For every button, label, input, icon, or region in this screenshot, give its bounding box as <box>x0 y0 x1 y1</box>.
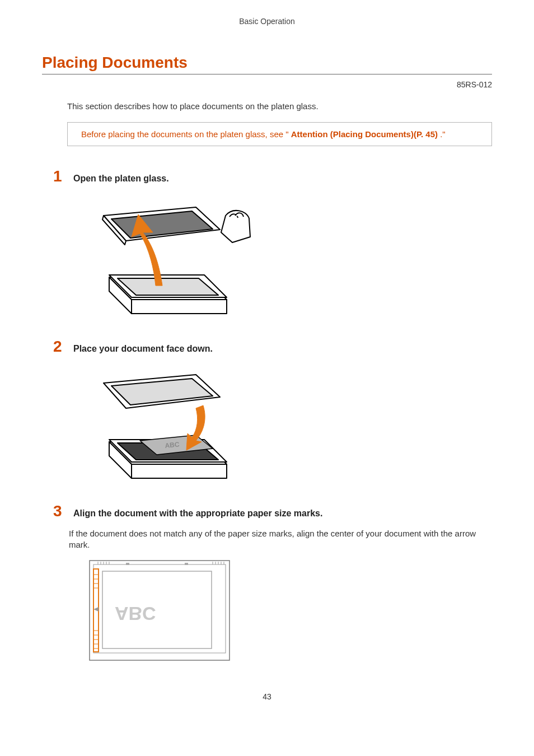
svg-rect-30 <box>185 563 188 565</box>
step-number: 3 <box>53 503 65 519</box>
page-number: 43 <box>42 692 492 701</box>
note-suffix: ." <box>438 129 446 139</box>
step-1: 1 Open the platen glass. <box>53 169 492 322</box>
intro-text: This section describes how to place docu… <box>67 101 492 111</box>
figure-place-document: ABC <box>87 363 492 487</box>
svg-text:ABC: ABC <box>115 603 156 624</box>
step-title: Place your document face down. <box>73 344 213 354</box>
svg-marker-10 <box>132 464 227 478</box>
figure-align-document: ABC <box>87 558 492 664</box>
svg-text:ABC: ABC <box>165 440 180 450</box>
figure-open-platen <box>87 193 492 322</box>
step-2: 2 Place your document face down. <box>53 339 492 487</box>
section-header: Basic Operation <box>42 17 492 26</box>
step-title: Open the platen glass. <box>73 174 169 184</box>
note-box: Before placing the documents on the plat… <box>67 122 492 146</box>
note-prefix: Before placing the documents on the plat… <box>81 129 291 139</box>
note-link[interactable]: Attention (Placing Documents)(P. 45) <box>291 129 438 139</box>
document-code: 85RS-012 <box>42 80 492 89</box>
step-3: 3 Align the document with the appropriat… <box>53 503 492 664</box>
step-body: If the document does not match any of th… <box>69 528 492 551</box>
step-number: 1 <box>53 169 65 184</box>
svg-marker-2 <box>132 300 227 314</box>
step-title: Align the document with the appropriate … <box>73 508 322 519</box>
step-number: 2 <box>53 339 65 354</box>
page-title: Placing Documents <box>42 54 492 74</box>
svg-rect-29 <box>126 563 129 565</box>
